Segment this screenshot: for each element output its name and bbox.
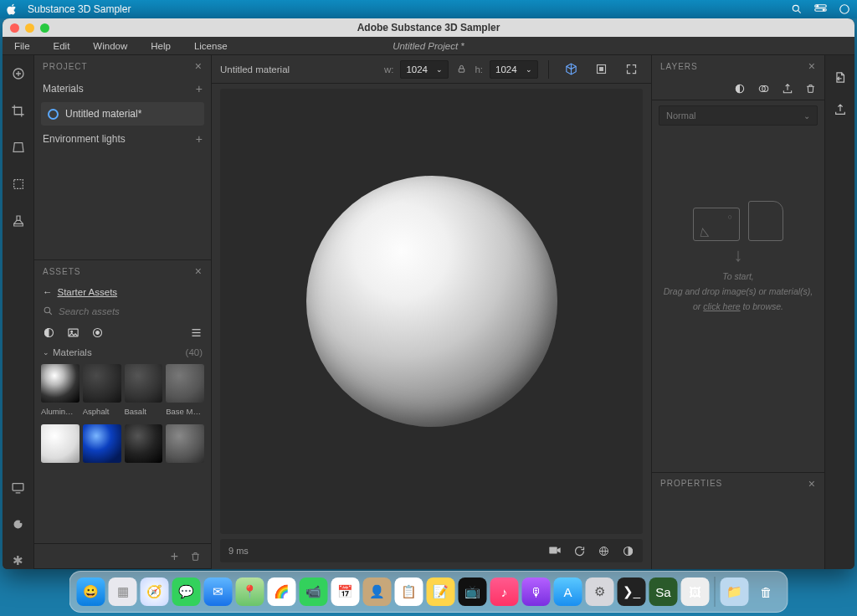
svg-point-21 bbox=[96, 331, 100, 335]
dock-podcasts-icon[interactable]: 🎙 bbox=[522, 578, 551, 606]
dock-finder-icon[interactable]: 😀 bbox=[77, 578, 105, 606]
dock-mail-icon[interactable]: ✉︎ bbox=[204, 578, 233, 606]
assets-category-row[interactable]: ⌄ Materials (40) bbox=[34, 344, 211, 361]
asset-thumb[interactable] bbox=[83, 364, 121, 403]
dock-preview-icon[interactable]: 🖼 bbox=[681, 578, 710, 606]
view-2d-icon[interactable] bbox=[589, 60, 613, 79]
svg-point-6 bbox=[840, 5, 849, 14]
dock-terminal-icon[interactable]: ❯_ bbox=[618, 578, 646, 606]
display-tool-icon[interactable] bbox=[10, 479, 27, 495]
select-tool-icon[interactable] bbox=[10, 176, 27, 192]
window-minimize-button[interactable] bbox=[25, 23, 34, 33]
height-select[interactable]: 1024 ⌄ bbox=[490, 60, 538, 79]
globe-icon[interactable] bbox=[598, 545, 610, 557]
control-center-icon[interactable] bbox=[814, 3, 827, 15]
dock-downloads-icon[interactable]: 📁 bbox=[721, 578, 749, 606]
share-icon[interactable] bbox=[834, 103, 847, 116]
spotlight-icon[interactable] bbox=[791, 3, 803, 15]
os-app-name[interactable]: Substance 3D Sampler bbox=[28, 3, 131, 15]
assets-count: (40) bbox=[186, 347, 203, 357]
environment-add-icon[interactable]: + bbox=[196, 132, 203, 146]
dock-calendar-icon[interactable]: 📅 bbox=[331, 578, 360, 606]
material-item[interactable]: Untitled material* bbox=[41, 102, 204, 126]
layer-contrast-icon[interactable] bbox=[734, 83, 746, 95]
asset-thumb[interactable] bbox=[166, 424, 204, 463]
dock-facetime-icon[interactable]: 📹 bbox=[300, 578, 328, 606]
asset-thumb[interactable] bbox=[166, 364, 204, 403]
svg-point-14 bbox=[20, 521, 23, 523]
view-3d-icon[interactable] bbox=[559, 60, 582, 79]
assets-panel-title: ASSETS bbox=[43, 267, 80, 276]
dock-photos-icon[interactable]: 🌈 bbox=[268, 578, 296, 606]
view-list-icon[interactable] bbox=[190, 326, 203, 339]
render-mode-icon[interactable] bbox=[622, 545, 634, 557]
lock-icon[interactable] bbox=[457, 64, 466, 74]
camera-icon[interactable] bbox=[548, 545, 562, 557]
asset-thumb[interactable] bbox=[125, 424, 163, 463]
dock-music-icon[interactable]: ♪ bbox=[490, 578, 519, 606]
blend-mode-select[interactable]: Normal ⌄ bbox=[659, 105, 818, 126]
perspective-tool-icon[interactable] bbox=[10, 139, 27, 156]
dock-tv-icon[interactable]: 📺 bbox=[459, 578, 487, 606]
asset-thumb[interactable] bbox=[83, 424, 121, 463]
properties-panel-header: PROPERTIES × bbox=[652, 472, 824, 494]
menu-license[interactable]: License bbox=[182, 41, 239, 51]
dock-launchpad-icon[interactable]: ▦ bbox=[109, 578, 137, 606]
browse-link[interactable]: click here bbox=[703, 301, 740, 311]
layer-export-icon[interactable] bbox=[782, 83, 793, 95]
crop-tool-icon[interactable] bbox=[10, 102, 27, 119]
height-value: 1024 bbox=[495, 64, 517, 74]
asset-thumb[interactable] bbox=[41, 424, 80, 463]
dock-appstore-icon[interactable]: A bbox=[554, 578, 582, 606]
menu-file[interactable]: File bbox=[3, 41, 42, 51]
refresh-icon[interactable] bbox=[573, 545, 586, 557]
project-panel-close-icon[interactable]: × bbox=[195, 59, 203, 73]
layers-panel-close-icon[interactable]: × bbox=[808, 59, 816, 73]
center-column: Untitled material w: 1024 ⌄ h: 1024 ⌄ bbox=[212, 55, 652, 569]
width-select[interactable]: 1024 ⌄ bbox=[400, 60, 449, 79]
dock-maps-icon[interactable]: 📍 bbox=[236, 578, 264, 606]
assets-add-icon[interactable]: + bbox=[171, 549, 178, 564]
apple-icon[interactable] bbox=[7, 3, 18, 15]
layer-mask-icon[interactable] bbox=[757, 83, 770, 95]
environment-tool-icon[interactable] bbox=[10, 516, 27, 532]
assets-back-button[interactable]: ← Starter Assets bbox=[34, 282, 211, 302]
menu-edit[interactable]: Edit bbox=[42, 41, 82, 51]
preview-sphere bbox=[306, 176, 557, 427]
materials-add-icon[interactable]: + bbox=[196, 82, 203, 95]
assets-search-input[interactable] bbox=[59, 306, 203, 316]
asset-label: Asphalt bbox=[83, 407, 121, 416]
assets-search[interactable] bbox=[34, 302, 211, 320]
assets-delete-icon[interactable] bbox=[190, 551, 201, 562]
dock-messages-icon[interactable]: 💬 bbox=[172, 578, 201, 606]
add-tool-icon[interactable] bbox=[10, 65, 27, 82]
layer-delete-icon[interactable] bbox=[805, 83, 816, 95]
dock-trash-icon[interactable]: 🗑 bbox=[752, 578, 781, 606]
export-icon[interactable] bbox=[833, 70, 847, 85]
window-close-button[interactable] bbox=[10, 23, 19, 33]
fullscreen-icon[interactable] bbox=[619, 60, 643, 79]
filter-material-icon[interactable] bbox=[43, 326, 55, 339]
siri-icon[interactable] bbox=[839, 3, 850, 15]
viewport-3d[interactable] bbox=[220, 89, 643, 534]
dock-safari-icon[interactable]: 🧭 bbox=[141, 578, 169, 606]
environment-section[interactable]: Environment lights + bbox=[34, 127, 211, 151]
asset-thumb[interactable] bbox=[41, 364, 80, 403]
asset-thumb[interactable] bbox=[125, 364, 163, 403]
filter-image-icon[interactable] bbox=[67, 326, 80, 339]
stamp-tool-icon[interactable] bbox=[10, 213, 27, 229]
dock-contacts-icon[interactable]: 👤 bbox=[363, 578, 392, 606]
dock-notes-icon[interactable]: 📝 bbox=[427, 578, 455, 606]
layers-drop-zone[interactable]: ↓ To start, Drag and drop image(s) or ma… bbox=[652, 131, 824, 382]
menu-window[interactable]: Window bbox=[81, 41, 139, 51]
dock-reminders-icon[interactable]: 📋 bbox=[395, 578, 423, 606]
settings-tool-icon[interactable]: ✱ bbox=[10, 552, 27, 569]
window-maximize-button[interactable] bbox=[40, 23, 49, 33]
dock-settings-icon[interactable]: ⚙︎ bbox=[586, 578, 614, 606]
dock-sampler-icon[interactable]: Sa bbox=[649, 578, 678, 606]
assets-panel-close-icon[interactable]: × bbox=[195, 264, 203, 278]
filter-hdr-icon[interactable] bbox=[91, 326, 104, 339]
properties-panel-close-icon[interactable]: × bbox=[808, 477, 816, 490]
menu-help[interactable]: Help bbox=[139, 41, 182, 51]
materials-section[interactable]: Materials + bbox=[34, 77, 211, 100]
